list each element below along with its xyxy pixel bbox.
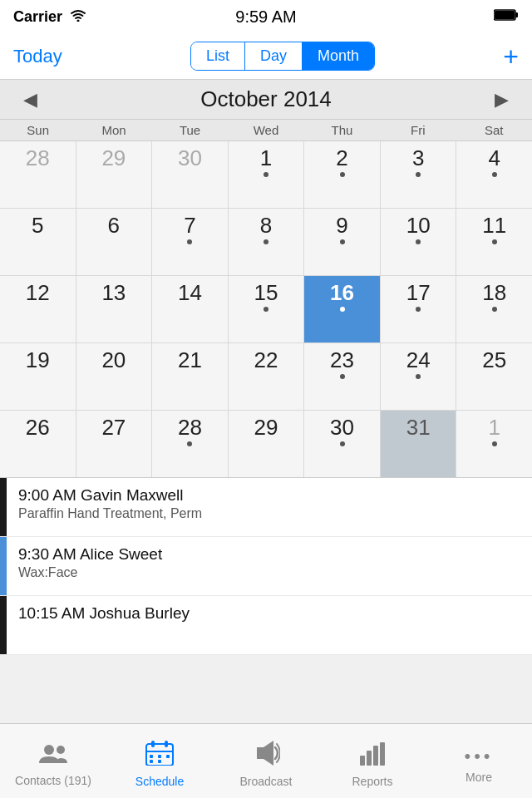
cal-cell-12[interactable]: 10 [381, 209, 456, 275]
appt-detail: Wax:Face [18, 565, 520, 580]
tab-more-label: More [466, 771, 492, 784]
cal-cell-19[interactable]: 17 [381, 276, 456, 342]
cal-date-number: 9 [336, 214, 347, 238]
battery-icon [494, 8, 519, 26]
calendar-header: ◀ October 2014 ▶ [0, 80, 532, 120]
cal-cell-14[interactable]: 12 [0, 276, 76, 342]
cal-date-number: 16 [330, 281, 354, 305]
cal-cell-1[interactable]: 29 [76, 141, 152, 208]
svg-rect-16 [360, 756, 365, 766]
cal-date-number: 5 [32, 214, 43, 238]
cal-cell-34[interactable]: 1 [456, 411, 532, 477]
tab-contacts[interactable]: Contacts (191) [0, 724, 106, 798]
reports-icon [358, 741, 387, 771]
cal-cell-17[interactable]: 15 [229, 276, 304, 342]
cal-cell-21[interactable]: 19 [0, 343, 76, 410]
svg-marker-15 [257, 741, 273, 766]
cal-event-dot [492, 441, 497, 446]
cal-cell-13[interactable]: 11 [456, 209, 532, 275]
appointment-item-0[interactable]: 9:00 AM Gavin MaxwellParaffin Hand Treat… [0, 478, 532, 537]
tab-contacts-label: Contacts (191) [15, 774, 91, 787]
cal-cell-7[interactable]: 5 [0, 209, 76, 275]
cal-cell-32[interactable]: 30 [304, 411, 380, 477]
cal-cell-24[interactable]: 22 [229, 343, 304, 410]
cal-cell-15[interactable]: 13 [76, 276, 152, 342]
cal-cell-4[interactable]: 2 [304, 141, 380, 208]
cal-cell-28[interactable]: 26 [0, 411, 76, 477]
tab-schedule[interactable]: Schedule [106, 724, 213, 798]
cal-cell-10[interactable]: 8 [229, 209, 304, 275]
prev-month-button[interactable]: ◀ [17, 89, 44, 111]
cal-date-number: 13 [101, 281, 126, 305]
cal-cell-30[interactable]: 28 [152, 411, 228, 477]
cal-date-number: 24 [406, 348, 431, 372]
day-header-tue: Tue [152, 120, 228, 140]
cal-cell-11[interactable]: 9 [304, 209, 380, 275]
cal-cell-2[interactable]: 30 [152, 141, 228, 208]
cal-cell-9[interactable]: 7 [152, 209, 228, 275]
cal-cell-18[interactable]: 16 [304, 276, 380, 342]
cal-event-dot [416, 239, 421, 244]
cal-cell-25[interactable]: 23 [304, 343, 380, 410]
day-header-fri: Fri [380, 120, 456, 140]
calendar-grid: 2829301234567891011121314151617181920212… [0, 141, 532, 478]
appointment-item-2[interactable]: 10:15 AM Joshua Burley [0, 596, 532, 655]
cal-cell-16[interactable]: 14 [152, 276, 228, 342]
nav-bar: Today List Day Month + [0, 33, 532, 80]
cal-cell-26[interactable]: 24 [381, 343, 456, 410]
month-view-button[interactable]: Month [303, 42, 374, 70]
cal-date-number: 23 [330, 348, 354, 372]
cal-date-number: 22 [254, 348, 278, 372]
cal-date-number: 11 [482, 214, 506, 238]
appt-content: 9:30 AM Alice SweetWax:Face [7, 537, 532, 595]
cal-date-number: 29 [101, 146, 126, 170]
tab-reports[interactable]: Reports [319, 724, 426, 798]
cal-event-dot [340, 307, 345, 312]
svg-rect-13 [150, 760, 153, 763]
cal-cell-3[interactable]: 1 [229, 141, 304, 208]
cal-date-number: 20 [101, 348, 126, 372]
cal-cell-0[interactable]: 28 [0, 141, 76, 208]
today-button[interactable]: Today [13, 46, 62, 67]
day-view-button[interactable]: Day [245, 42, 303, 70]
day-header-thu: Thu [304, 120, 380, 140]
appt-time-name: 9:30 AM Alice Sweet [18, 545, 520, 564]
cal-event-dot [416, 307, 421, 312]
cal-cell-31[interactable]: 29 [229, 411, 304, 477]
add-event-button[interactable]: + [503, 43, 519, 70]
cal-event-dot [416, 172, 421, 177]
next-month-button[interactable]: ▶ [488, 89, 515, 111]
carrier-label: Carrier [13, 8, 62, 26]
cal-cell-5[interactable]: 3 [381, 141, 456, 208]
appointment-item-1[interactable]: 9:30 AM Alice SweetWax:Face [0, 537, 532, 596]
cal-cell-23[interactable]: 21 [152, 343, 228, 410]
cal-cell-20[interactable]: 18 [456, 276, 532, 342]
cal-event-dot [416, 374, 421, 379]
cal-cell-29[interactable]: 27 [76, 411, 152, 477]
cal-cell-6[interactable]: 4 [456, 141, 532, 208]
appt-color-bar [0, 537, 7, 595]
cal-cell-8[interactable]: 6 [76, 209, 152, 275]
cal-cell-22[interactable]: 20 [76, 343, 152, 410]
appt-content: 10:15 AM Joshua Burley [7, 596, 532, 654]
cal-date-number: 10 [406, 214, 431, 238]
list-view-button[interactable]: List [191, 42, 245, 70]
appt-content: 9:00 AM Gavin MaxwellParaffin Hand Treat… [7, 478, 532, 536]
svg-rect-2 [495, 11, 515, 19]
tab-more[interactable]: ••• More [426, 724, 532, 798]
cal-date-number: 6 [108, 214, 120, 238]
tab-broadcast[interactable]: Broadcast [213, 724, 319, 798]
cal-date-number: 2 [336, 146, 347, 170]
tab-reports-label: Reports [352, 775, 392, 788]
cal-cell-27[interactable]: 25 [456, 343, 532, 410]
cal-date-number: 29 [254, 416, 278, 440]
day-headers: Sun Mon Tue Wed Thu Fri Sat [0, 120, 532, 141]
cal-date-number: 18 [482, 281, 506, 305]
cal-date-number: 8 [260, 214, 272, 238]
view-segment: List Day Month [190, 42, 375, 71]
cal-cell-33[interactable]: 31 [381, 411, 456, 477]
status-right [494, 8, 519, 26]
tab-broadcast-label: Broadcast [239, 775, 292, 788]
cal-date-number: 30 [178, 146, 202, 170]
svg-rect-7 [151, 741, 155, 747]
